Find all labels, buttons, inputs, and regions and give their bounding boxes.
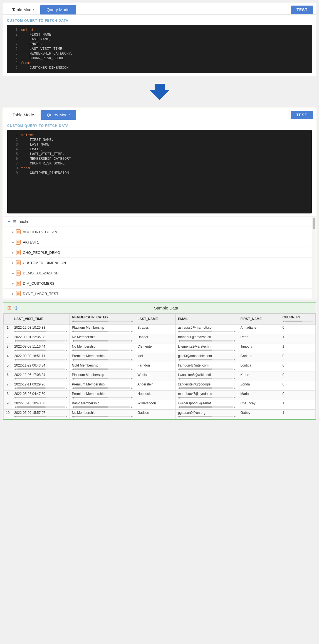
- cell-scroll-left[interactable]: ◀: [14, 396, 16, 399]
- expand-icon-customer[interactable]: ▶: [12, 261, 14, 264]
- mem-scroll-left[interactable]: ◀: [72, 415, 74, 418]
- cell-scroll-right[interactable]: ▶: [66, 377, 67, 380]
- expand-icon-chq[interactable]: ▶: [12, 251, 14, 254]
- email-scroll-right[interactable]: ▶: [234, 330, 236, 333]
- mem-scroll-right[interactable]: ▶: [131, 377, 133, 380]
- mem-scroll-right[interactable]: ▶: [131, 396, 133, 399]
- cell-scroll-left[interactable]: ◀: [14, 415, 16, 418]
- email-scroll-right[interactable]: ▶: [234, 387, 236, 389]
- expand-icon-dyne[interactable]: ▶: [12, 292, 14, 295]
- email-scroll-right[interactable]: ▶: [234, 406, 236, 408]
- mem-scroll-right[interactable]: ▶: [131, 349, 133, 352]
- email-scroll-right[interactable]: ▶: [234, 377, 236, 380]
- scrollbar-thumb[interactable]: [313, 218, 315, 229]
- cell-membership: No Membership◀▶: [70, 334, 135, 343]
- schema-item-dim-customers[interactable]: ▶ ⊞ DIM_CUSTOMERS: [3, 278, 316, 288]
- cell-scroll-left[interactable]: ◀: [14, 330, 16, 333]
- col-scroll-left[interactable]: ◀: [72, 320, 74, 323]
- email-scroll-right[interactable]: ▶: [234, 340, 236, 342]
- mem-scroll-left[interactable]: ◀: [72, 387, 74, 389]
- tab-table-mode-top[interactable]: Table Mode: [6, 5, 40, 14]
- cell-scroll-right[interactable]: ▶: [66, 387, 67, 389]
- schema-item-chq-people-demo[interactable]: ▶ ⊞ CHQ_PEOPLE_DEMO: [3, 247, 316, 257]
- mem-scroll-left[interactable]: ◀: [72, 377, 74, 380]
- schema-item-aktest1[interactable]: ▶ ⊞ AKTEST1: [3, 237, 316, 247]
- cell-scroll-right[interactable]: ▶: [66, 340, 67, 342]
- cell-scroll-left[interactable]: ◀: [14, 387, 16, 389]
- tab-query-mode-top[interactable]: Query Mode: [40, 5, 76, 14]
- mem-scroll-bar: [74, 340, 131, 341]
- cell-last-visit: 2022-11-29 06:43:34◀▶: [12, 362, 70, 372]
- cell-scroll-left[interactable]: ◀: [14, 340, 16, 342]
- schema-item-customer-dimension[interactable]: ▶ ⊞ CUSTOMER_DIMENSION: [3, 257, 316, 268]
- tab-table-mode-bottom[interactable]: Table Mode: [6, 110, 41, 120]
- b-code-line-4: 4 EMAIL,: [7, 147, 312, 152]
- mem-scroll-left[interactable]: ◀: [72, 330, 74, 333]
- cell-scroll-left[interactable]: ◀: [14, 377, 16, 380]
- schema-item-dyne-labor[interactable]: ▶ ⊞ DYNE_LABOR_TEST: [3, 288, 316, 299]
- email-scroll-left[interactable]: ◀: [178, 340, 180, 342]
- cell-last-name: Angerstein: [135, 381, 176, 391]
- collapse-icon[interactable]: ▼: [7, 220, 11, 224]
- test-button-top[interactable]: TEST: [291, 6, 313, 14]
- mem-scroll-right[interactable]: ▶: [131, 340, 133, 342]
- expand-icon-aktest1[interactable]: ▶: [12, 241, 14, 244]
- schema-name: nexla: [19, 219, 28, 224]
- email-scroll-left[interactable]: ◀: [178, 396, 180, 399]
- cell-scroll-right[interactable]: ▶: [66, 349, 67, 352]
- email-scroll-right[interactable]: ▶: [234, 368, 236, 370]
- mem-scroll-right[interactable]: ▶: [131, 330, 133, 333]
- email-scroll-left[interactable]: ◀: [178, 349, 180, 352]
- cell-scroll-bar: [16, 378, 65, 379]
- mem-scroll-left[interactable]: ◀: [72, 396, 74, 399]
- cell-scroll-left[interactable]: ◀: [14, 406, 16, 408]
- schema-item-demo[interactable]: ▶ ⊞ DEMO_03152023_SB: [3, 268, 316, 278]
- email-scroll-left[interactable]: ◀: [178, 387, 180, 389]
- mem-scroll-right[interactable]: ▶: [131, 358, 133, 361]
- cell-scroll-left[interactable]: ◀: [14, 368, 16, 370]
- expand-icon-demo[interactable]: ▶: [12, 272, 14, 275]
- sample-data-table-wrapper[interactable]: LAST_VISIT_TIME MEMBERSHIP_CATEG ◀ ▶: [3, 313, 316, 419]
- mem-scroll-left[interactable]: ◀: [72, 406, 74, 408]
- email-scroll-right[interactable]: ▶: [234, 415, 236, 418]
- mem-scroll-right[interactable]: ▶: [131, 387, 133, 389]
- email-scroll-left[interactable]: ◀: [178, 377, 180, 380]
- email-scroll-left[interactable]: ◀: [178, 330, 180, 333]
- cell-last-visit: 2022-09-01 22:35:08◀▶: [12, 334, 70, 343]
- cell-scroll-right[interactable]: ▶: [66, 330, 67, 333]
- email-scroll-right[interactable]: ▶: [234, 358, 236, 361]
- mem-scroll-right[interactable]: ▶: [131, 406, 133, 408]
- bottom-code-editor[interactable]: 1 select 2 FIRST_NAME, 3 LAST_NAME, 4 EM…: [7, 130, 312, 213]
- cell-scroll-right[interactable]: ▶: [66, 406, 67, 408]
- col-scroll-right[interactable]: ▶: [131, 320, 133, 323]
- b-code-keyword-1: select: [21, 133, 34, 137]
- cell-scroll-right[interactable]: ▶: [66, 358, 67, 361]
- mem-scroll-right[interactable]: ▶: [131, 415, 133, 418]
- email-scroll-right[interactable]: ▶: [234, 396, 236, 399]
- mem-scroll-left[interactable]: ◀: [72, 368, 74, 370]
- email-scroll-left[interactable]: ◀: [178, 368, 180, 370]
- test-button-bottom[interactable]: TEST: [291, 111, 313, 119]
- mem-scroll-left[interactable]: ◀: [72, 340, 74, 342]
- email-scroll-left[interactable]: ◀: [178, 415, 180, 418]
- tab-query-mode-bottom[interactable]: Query Mode: [41, 110, 76, 120]
- cell-scroll-left[interactable]: ◀: [14, 349, 16, 352]
- mem-scroll-left[interactable]: ◀: [72, 358, 74, 361]
- mem-scroll-right[interactable]: ▶: [131, 368, 133, 370]
- schema-item-accounts-clean[interactable]: ▶ ⊞ ACCOUNTS_CLEAN: [3, 227, 316, 237]
- expand-icon-dim[interactable]: ▶: [12, 282, 14, 285]
- cell-scroll-right[interactable]: ▶: [66, 396, 67, 399]
- email-scroll-right[interactable]: ▶: [234, 349, 236, 352]
- cell-membership: Basic Membership◀▶: [70, 400, 135, 410]
- churn-scroll-left[interactable]: ◀: [283, 320, 284, 323]
- cell-scroll-right[interactable]: ▶: [66, 415, 67, 418]
- schema-scrollbar[interactable]: [312, 217, 316, 299]
- cell-scroll-left[interactable]: ◀: [14, 358, 16, 361]
- code-keyword-1: select: [21, 28, 34, 32]
- email-scroll-left[interactable]: ◀: [178, 406, 180, 408]
- cell-scroll-right[interactable]: ▶: [66, 368, 67, 370]
- mem-scroll-left[interactable]: ◀: [72, 349, 74, 352]
- expand-icon-accounts[interactable]: ▶: [12, 230, 14, 233]
- email-scroll-left[interactable]: ◀: [178, 358, 180, 361]
- top-code-editor[interactable]: 1 select 2 FIRST_NAME, 3 LAST_NAME, 4 EM…: [7, 25, 312, 73]
